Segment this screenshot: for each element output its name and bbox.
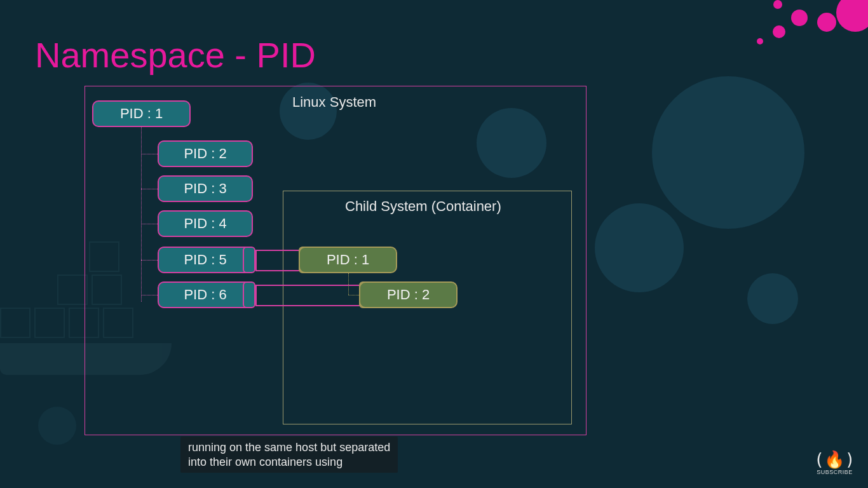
tree-line	[141, 189, 158, 189]
map-stub	[243, 247, 255, 273]
host-pid: PID : 4	[158, 210, 253, 237]
host-pid: PID : 5	[158, 247, 253, 273]
map-line	[255, 250, 299, 251]
decor-dot	[773, 25, 785, 38]
host-pid-root: PID : 1	[92, 100, 191, 127]
tree-line	[141, 295, 158, 295]
bg-circle	[747, 273, 798, 324]
container-pid: PID : 2	[359, 281, 458, 308]
decor-dot	[757, 38, 763, 44]
decor-dot	[791, 10, 808, 26]
subtitle-caption: running on the same host but separated i…	[180, 437, 398, 473]
map-line	[255, 250, 257, 270]
decor-dot	[817, 13, 836, 32]
subscribe-label: SUBSCRIBE	[814, 469, 855, 475]
map-line	[255, 285, 257, 305]
decor-dot	[773, 0, 782, 9]
map-line	[255, 305, 372, 306]
bg-circle	[652, 76, 804, 229]
subscribe-button[interactable]: (🔥) SUBSCRIBE	[814, 451, 855, 475]
caption-line: into their own containers using	[188, 455, 390, 470]
host-pid: PID : 6	[158, 281, 253, 308]
container-pid: PID : 1	[299, 247, 397, 273]
map-line	[255, 285, 359, 286]
tree-line	[141, 260, 158, 261]
freecodecamp-icon: (🔥)	[814, 451, 855, 468]
bg-circle	[595, 203, 684, 292]
tree-line	[348, 273, 349, 295]
host-pid: PID : 2	[158, 140, 253, 167]
tree-line	[141, 154, 158, 154]
tree-line	[348, 295, 359, 295]
tree-line	[141, 224, 158, 224]
linux-system-label: Linux System	[292, 94, 376, 111]
host-pid: PID : 3	[158, 175, 253, 202]
map-stub	[243, 281, 255, 308]
decor-dot	[836, 0, 868, 32]
container-label: Child System (Container)	[345, 198, 501, 215]
caption-line: running on the same host but separated	[188, 440, 390, 455]
slide-title: Namespace - PID	[35, 34, 316, 76]
